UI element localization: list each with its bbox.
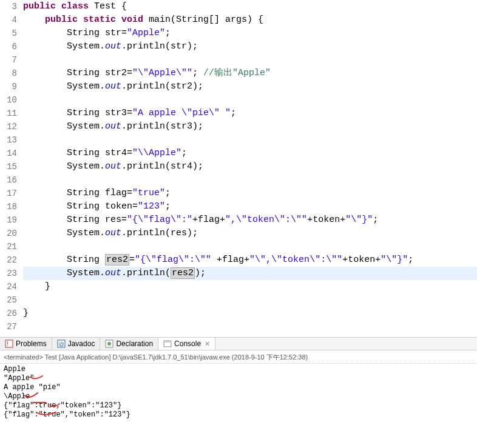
code-line[interactable] bbox=[23, 240, 477, 253]
line-number: 25 bbox=[0, 293, 17, 307]
line-number: 15 bbox=[0, 160, 17, 173]
tab-javadoc[interactable]: @ Javadoc bbox=[52, 338, 101, 350]
console-output[interactable]: Apple"Apple"A apple "pie" \Apple{"flag":… bbox=[0, 364, 477, 424]
line-number: 20 bbox=[0, 227, 17, 240]
line-number: 3 bbox=[0, 0, 17, 13]
code-line[interactable]: public class Test { bbox=[23, 0, 477, 13]
line-number: 14 bbox=[0, 147, 17, 160]
code-area[interactable]: public class Test { public static void m… bbox=[21, 0, 477, 333]
console-line: A apple "pie" bbox=[4, 383, 473, 392]
code-line[interactable]: System.out.println(res2); bbox=[23, 267, 477, 280]
code-line[interactable]: String res2="{\"flag\":\"" +flag+"\",\"t… bbox=[23, 253, 477, 267]
code-line[interactable] bbox=[23, 133, 477, 147]
tab-label: Console bbox=[174, 339, 201, 348]
line-number: 5 bbox=[0, 27, 17, 40]
line-number: 10 bbox=[0, 93, 17, 107]
code-line[interactable]: } bbox=[23, 307, 477, 320]
code-line[interactable]: System.out.println(str4); bbox=[23, 160, 477, 173]
code-line[interactable]: String str3="A apple \"pie\" "; bbox=[23, 107, 477, 120]
code-editor[interactable]: 3456789101112131415161718192021222324252… bbox=[0, 0, 477, 333]
code-line[interactable]: String token="123"; bbox=[23, 200, 477, 213]
line-number: 12 bbox=[0, 120, 17, 133]
svg-text:@: @ bbox=[58, 341, 64, 347]
line-number: 9 bbox=[0, 80, 17, 93]
bottom-panel: ! Problems @ Javadoc Declaration Console… bbox=[0, 337, 477, 424]
line-number: 22 bbox=[0, 253, 17, 267]
code-line[interactable] bbox=[23, 320, 477, 333]
console-line: Apple bbox=[4, 365, 473, 374]
line-number: 16 bbox=[0, 173, 17, 187]
code-line[interactable]: System.out.println(res); bbox=[23, 227, 477, 240]
code-line[interactable]: System.out.println(str); bbox=[23, 40, 477, 53]
code-line[interactable] bbox=[23, 53, 477, 67]
code-line[interactable]: System.out.println(str3); bbox=[23, 120, 477, 133]
javadoc-icon: @ bbox=[57, 339, 66, 348]
code-line[interactable] bbox=[23, 173, 477, 187]
console-line: "Apple" bbox=[4, 374, 473, 383]
code-line[interactable]: System.out.println(str2); bbox=[23, 80, 477, 93]
svg-text:!: ! bbox=[7, 341, 8, 347]
code-line[interactable]: String str="Apple"; bbox=[23, 27, 477, 40]
line-number: 8 bbox=[0, 67, 17, 80]
code-line[interactable] bbox=[23, 293, 477, 307]
line-number: 17 bbox=[0, 187, 17, 200]
code-line[interactable]: String flag="true"; bbox=[23, 187, 477, 200]
console-line: \Apple bbox=[4, 392, 473, 401]
tab-label: Javadoc bbox=[68, 339, 95, 348]
line-number: 7 bbox=[0, 53, 17, 67]
close-icon[interactable]: ✕ bbox=[205, 340, 210, 348]
line-number: 4 bbox=[0, 13, 17, 27]
line-number: 13 bbox=[0, 133, 17, 147]
problems-icon: ! bbox=[5, 339, 13, 348]
tab-problems[interactable]: ! Problems bbox=[0, 338, 52, 350]
tab-declaration[interactable]: Declaration bbox=[100, 338, 158, 350]
code-line[interactable]: String str4="\\Apple"; bbox=[23, 147, 477, 160]
line-number: 21 bbox=[0, 240, 17, 253]
declaration-icon bbox=[105, 339, 113, 348]
terminated-status: <terminated> Test [Java Application] D:\… bbox=[0, 350, 477, 364]
line-number: 24 bbox=[0, 280, 17, 293]
line-number: 18 bbox=[0, 200, 17, 213]
line-number: 27 bbox=[0, 320, 17, 333]
line-number: 26 bbox=[0, 307, 17, 320]
code-line[interactable]: String res="{\"flag\":"+flag+",\"token\"… bbox=[23, 213, 477, 227]
tab-label: Declaration bbox=[116, 339, 153, 348]
line-number: 23 bbox=[0, 267, 17, 280]
svg-rect-7 bbox=[164, 341, 171, 343]
line-number: 11 bbox=[0, 107, 17, 120]
panel-tabs: ! Problems @ Javadoc Declaration Console… bbox=[0, 338, 477, 350]
console-line: {"flag":"true","token":"123"} bbox=[4, 410, 473, 420]
console-line: {"flag":true,"token":"123"} bbox=[4, 401, 473, 410]
line-number: 19 bbox=[0, 213, 17, 227]
tab-console[interactable]: Console ✕ bbox=[158, 337, 215, 350]
code-line[interactable] bbox=[23, 93, 477, 107]
line-gutter: 3456789101112131415161718192021222324252… bbox=[0, 0, 21, 333]
code-line[interactable]: String str2="\"Apple\""; //输出"Apple" bbox=[23, 67, 477, 80]
code-line[interactable]: public static void main(String[] args) { bbox=[23, 13, 477, 27]
svg-point-5 bbox=[107, 342, 111, 346]
code-line[interactable]: } bbox=[23, 280, 477, 293]
console-icon bbox=[163, 339, 172, 348]
line-number: 6 bbox=[0, 40, 17, 53]
tab-label: Problems bbox=[16, 339, 47, 348]
